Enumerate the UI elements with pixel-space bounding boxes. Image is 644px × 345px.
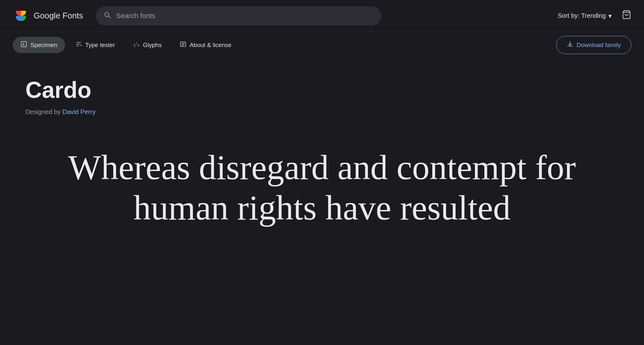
tab-type-tester-label: Type tester [85, 42, 115, 49]
svg-text:ω: ω [137, 44, 139, 47]
sort-label: Sort by: Trending [558, 12, 606, 19]
svg-text:α: α [134, 45, 135, 47]
font-name: Cardo [25, 78, 619, 103]
type-tester-icon [75, 41, 82, 49]
download-family-label: Download family [577, 42, 621, 49]
search-icon [103, 11, 111, 21]
tab-glyphs-label: Glyphs [143, 42, 162, 49]
about-icon [180, 41, 187, 49]
svg-text:A: A [22, 43, 24, 46]
tab-type-tester[interactable]: Type tester [68, 37, 123, 53]
header: Google Fonts Sort by: Trending ▾ [0, 0, 644, 32]
cart-icon [622, 10, 631, 19]
tab-about-label: About & license [190, 42, 232, 49]
tabs-left: A Specimen Type tester A ✦ ω [13, 37, 556, 53]
glyphs-icon: A ✦ ω α [133, 41, 140, 49]
header-right: Sort by: Trending ▾ [558, 10, 631, 22]
tab-about[interactable]: About & license [172, 37, 239, 53]
logo-area[interactable]: Google Fonts [13, 8, 83, 24]
tab-specimen[interactable]: A Specimen [13, 37, 65, 53]
search-bar[interactable] [96, 6, 381, 25]
tabs-bar: A Specimen Type tester A ✦ ω [0, 32, 644, 58]
tab-specimen-label: Specimen [30, 42, 57, 49]
search-input[interactable] [116, 12, 374, 20]
main-content: Cardo Designed by David Perry Whereas di… [0, 58, 644, 260]
logo-text: Google Fonts [34, 11, 83, 21]
specimen-icon: A [20, 41, 27, 49]
designer-link[interactable]: David Perry [62, 108, 95, 115]
chevron-down-icon: ▾ [608, 12, 612, 20]
sort-button[interactable]: Sort by: Trending ▾ [558, 12, 612, 20]
cart-button[interactable] [622, 10, 631, 22]
tab-glyphs[interactable]: A ✦ ω α Glyphs [125, 37, 169, 53]
google-logo-icon [13, 8, 29, 24]
font-specimen: Whereas disregard and contempt for human… [25, 135, 619, 240]
designer-prefix: Designed by [25, 108, 61, 115]
svg-line-2 [108, 16, 111, 18]
font-designer: Designed by David Perry [25, 108, 619, 116]
download-family-button[interactable]: Download family [556, 36, 631, 54]
download-icon [567, 41, 574, 49]
